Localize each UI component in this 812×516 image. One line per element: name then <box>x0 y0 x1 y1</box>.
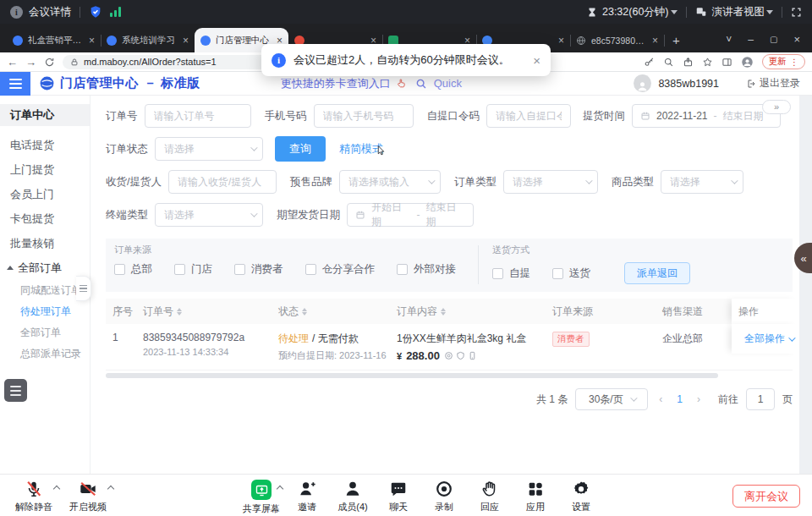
members-button[interactable]: 成员(4) <box>330 480 376 515</box>
mic-options-caret[interactable] <box>53 486 60 492</box>
prev-page-button[interactable]: ‹ <box>656 393 666 405</box>
promo-link[interactable]: 更快捷的券卡查询入口 <box>281 76 391 91</box>
horizontal-scrollbar[interactable] <box>106 373 718 378</box>
timer-dropdown-caret[interactable] <box>671 10 678 14</box>
current-page-number[interactable]: 1 <box>673 393 686 405</box>
logout-button[interactable]: 退出登录 <box>746 76 800 91</box>
next-page-button[interactable]: › <box>694 393 704 405</box>
video-options-caret[interactable] <box>107 486 114 492</box>
presale-brand-select[interactable]: 请选择或输入 <box>339 170 441 194</box>
header-order-no[interactable]: 订单号 <box>136 299 272 324</box>
checkbox-source-consumer[interactable]: 消费者 <box>234 262 283 277</box>
start-video-button[interactable]: 开启视频 <box>61 480 115 513</box>
meeting-details-button[interactable]: i 会议详情 <box>10 5 71 19</box>
pickup-code-input[interactable] <box>486 104 571 128</box>
meeting-security-shield-icon[interactable] <box>89 5 102 19</box>
settings-button[interactable]: 设置 <box>558 480 604 515</box>
sidebar-child-pending-orders[interactable]: 待处理订单 <box>0 301 90 322</box>
goto-page-input[interactable] <box>746 388 775 410</box>
page-size-select[interactable]: 30条/页 <box>575 388 648 410</box>
pickup-time-range-picker[interactable]: 2022-11-21 - 结束日期 <box>632 104 781 128</box>
dispatch-return-button[interactable]: 派单退回 <box>624 262 690 284</box>
checkbox-source-store[interactable]: 门店 <box>174 262 212 277</box>
goods-type-select[interactable]: 请选择 <box>661 170 743 194</box>
header-source: 订单来源 <box>546 299 656 324</box>
view-mode-caret[interactable] <box>766 10 773 14</box>
leave-meeting-button[interactable]: 离开会议 <box>732 485 800 508</box>
browser-tab-7[interactable]: e8c573980b1328a258fd2e618 × <box>570 28 664 52</box>
checkbox-delivery-ship[interactable]: 送货 <box>552 266 590 281</box>
new-tab-button[interactable]: + <box>672 33 680 47</box>
sidebar-section-order-center[interactable]: 订单中心 <box>0 104 90 126</box>
password-key-icon[interactable] <box>644 57 655 68</box>
quick-search-icon[interactable] <box>415 78 427 90</box>
chevron-down-icon <box>585 177 592 184</box>
tab-close-icon[interactable]: × <box>652 35 658 47</box>
user-avatar[interactable] <box>634 74 651 92</box>
sidebar-item-batch-verify[interactable]: 批量核销 <box>0 231 90 255</box>
order-time: 2023-11-13 14:33:34 <box>143 347 228 357</box>
forward-button[interactable]: → <box>25 57 36 68</box>
zoom-search-icon[interactable] <box>663 57 674 68</box>
toast-close-icon[interactable]: × <box>533 53 540 68</box>
tab-close-icon[interactable]: × <box>183 35 189 47</box>
order-type-select[interactable]: 请选择 <box>503 170 598 194</box>
expect-ship-date-range-picker[interactable]: 开始日期 - 结束日期 <box>347 203 474 227</box>
share-screen-button[interactable]: 共享屏幕 <box>239 480 284 515</box>
annotation-toolbar-button[interactable] <box>4 379 27 402</box>
bookmark-star-icon[interactable] <box>702 57 713 68</box>
view-mode-switch[interactable]: 演讲者视图 <box>712 5 765 19</box>
query-button[interactable]: 查询 <box>275 136 326 162</box>
apps-button[interactable]: 应用 <box>513 480 558 515</box>
checkbox-source-external[interactable]: 外部对接 <box>397 262 456 277</box>
quick-link[interactable]: Quick <box>434 77 462 90</box>
site-favicon <box>107 36 117 46</box>
reload-button[interactable] <box>44 57 55 68</box>
order-status-select[interactable]: 请选择 <box>155 137 263 161</box>
checkbox-source-hq[interactable]: 总部 <box>114 262 152 277</box>
checkbox-source-warehouse-share[interactable]: 仓分享合作 <box>305 262 376 277</box>
side-panel-icon[interactable] <box>721 57 732 68</box>
checkbox-delivery-self-pickup[interactable]: 自提 <box>492 266 530 281</box>
sidebar-drawer-handle[interactable] <box>76 276 91 301</box>
terminal-type-select[interactable]: 请选择 <box>155 203 263 227</box>
sidebar-toggle-button[interactable] <box>0 72 30 96</box>
pagination: 共 1 条 30条/页 ‹ 1 › 前往 页 <box>106 388 793 410</box>
tab-search-chevron[interactable]: ˅ <box>726 34 732 46</box>
network-signal-icon[interactable] <box>110 7 121 17</box>
share-icon[interactable] <box>683 57 694 68</box>
expand-filters-button[interactable]: » <box>762 100 791 114</box>
unmute-button[interactable]: 解除静音 <box>7 480 61 513</box>
invite-button[interactable]: 邀请 <box>284 480 330 515</box>
order-no-input[interactable] <box>145 104 251 128</box>
tab-close-icon[interactable]: × <box>89 35 95 47</box>
simple-mode-link[interactable]: 精简模式 <box>339 141 383 156</box>
window-minimize-button[interactable]: – <box>748 34 754 46</box>
sidebar-child-all-orders[interactable]: 全部订单 <box>0 322 90 343</box>
window-maximize-button[interactable]: ▢ <box>770 35 777 44</box>
browser-tab-1[interactable]: 礼盒营销平台管理中心 × <box>7 28 101 52</box>
row-actions-dropdown[interactable]: 全部操作 <box>732 324 799 354</box>
reactions-button[interactable]: 回应 <box>467 480 513 515</box>
browser-tab-2[interactable]: 系统培训学习 × <box>101 28 195 52</box>
sidebar-child-hq-dispatch-log[interactable]: 总部派单记录 <box>0 343 90 365</box>
kebab-menu-icon[interactable]: ⋮ <box>790 57 799 67</box>
header-status[interactable]: 状态 <box>272 299 390 324</box>
sidebar-item-door-pickup[interactable]: 上门提货 <box>0 157 90 182</box>
share-options-caret[interactable] <box>277 486 283 492</box>
window-close-button[interactable]: × <box>793 33 800 46</box>
sidebar-item-phone-pickup[interactable]: 电话提货 <box>0 133 90 157</box>
header-content[interactable]: 订单内容 <box>390 299 546 324</box>
receiver-input[interactable] <box>168 170 277 194</box>
record-button[interactable]: 录制 <box>421 480 467 515</box>
tab-close-icon[interactable]: × <box>558 35 564 47</box>
back-button[interactable]: ← <box>7 57 18 68</box>
browser-profile-avatar[interactable] <box>741 56 754 69</box>
sidebar-item-card-pickup[interactable]: 卡包提货 <box>0 206 90 231</box>
chat-button[interactable]: 聊天 <box>376 480 421 515</box>
phone-input[interactable] <box>314 104 414 128</box>
sidebar-item-member-visit[interactable]: 会员上门 <box>0 182 90 206</box>
chrome-update-button[interactable]: 更新 ⋮ <box>762 54 806 69</box>
fullscreen-button[interactable] <box>791 7 802 18</box>
checkbox-icon <box>114 264 125 275</box>
